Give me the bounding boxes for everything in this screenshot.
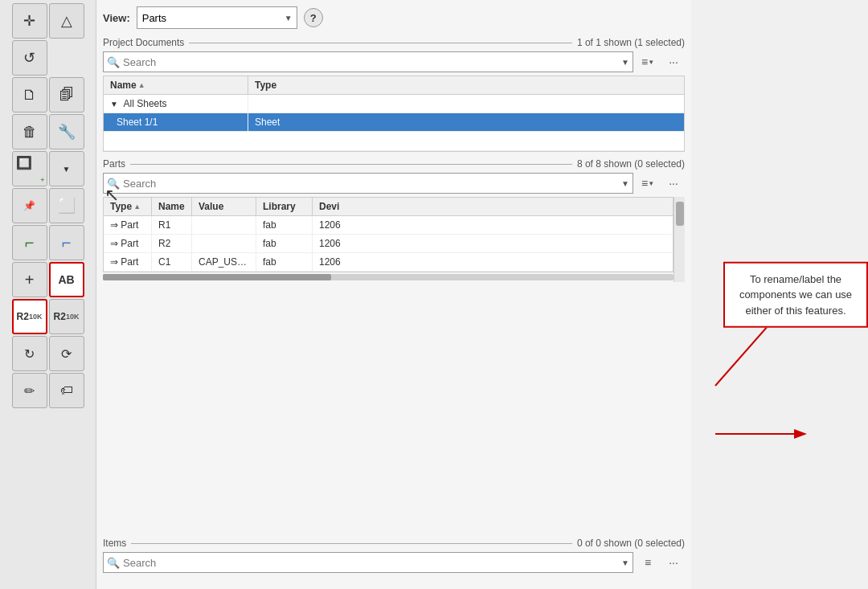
- rotate2-tool[interactable]: ⟳: [49, 336, 84, 371]
- items-title: Items: [103, 538, 126, 549]
- corner-right-tool[interactable]: ⌐: [49, 225, 84, 260]
- project-docs-all-sheets-type: [248, 95, 684, 112]
- undo-tool[interactable]: ↺: [12, 40, 47, 76]
- tree-toggle[interactable]: ▼: [110, 100, 118, 108]
- callout-text: To rename/label the components we can us…: [739, 272, 852, 316]
- parts-r2-library: fab: [256, 235, 313, 252]
- parts-value-header: Value: [192, 198, 256, 215]
- more-button-1[interactable]: ···: [662, 51, 685, 72]
- parts-r2-name: R2: [152, 235, 192, 252]
- parts-name-header: Name: [152, 198, 192, 215]
- view-label: View:: [103, 12, 130, 24]
- add-rotate-tool[interactable]: ↻: [12, 336, 47, 371]
- parts-c1-name: C1: [152, 253, 192, 271]
- project-documents-section: Project Documents 1 of 1 shown (1 select…: [103, 37, 685, 152]
- delete-tool[interactable]: 🗑: [12, 114, 47, 149]
- parts-search-input[interactable]: [123, 178, 618, 190]
- parts-c1-type: ⇒ Part: [104, 253, 152, 271]
- items-search-wrapper[interactable]: 🔍 ▼: [103, 552, 633, 573]
- parts-search-wrapper[interactable]: 🔍 ▼: [103, 173, 633, 194]
- crosshair-tool[interactable]: +: [12, 262, 47, 297]
- filter-button-2[interactable]: ≡▼: [637, 173, 659, 194]
- search-icon-2: 🔍: [107, 178, 120, 190]
- help-button[interactable]: ?: [304, 8, 323, 27]
- project-documents-table-header: Name ▲ Type: [104, 76, 684, 95]
- parts-r2-devi: 1206: [313, 235, 353, 252]
- parts-r2-type: ⇒ Part: [104, 235, 152, 252]
- project-documents-table: Name ▲ Type ▼ All Sheets Sheet 1/1 Sheet: [103, 76, 685, 152]
- callout-box: To rename/label the components we can us…: [723, 261, 868, 328]
- more-button-2[interactable]: ···: [662, 173, 685, 194]
- parts-header: Parts 8 of 8 shown (0 selected): [103, 158, 685, 170]
- project-docs-sheet-type: Sheet: [248, 113, 684, 131]
- more-button-3[interactable]: ···: [662, 552, 685, 573]
- filter-button-3[interactable]: ≡: [637, 552, 659, 573]
- main-panel: View: Parts Sheets Nets ? Project Docume…: [96, 0, 691, 589]
- search-dropdown-arrow-1[interactable]: ▼: [621, 58, 629, 67]
- table-row[interactable]: ⇒ Part C1 CAP_US1206 fab 1206: [104, 253, 673, 272]
- chip-tool[interactable]: 🔲 +: [12, 151, 47, 186]
- project-docs-sheet-name: Sheet 1/1: [104, 113, 248, 131]
- new-sheet-tool[interactable]: 🗋: [12, 77, 47, 112]
- h-scrollbar[interactable]: [103, 274, 674, 280]
- project-documents-header: Project Documents 1 of 1 shown (1 select…: [103, 37, 685, 48]
- h-scroll-thumb[interactable]: [103, 274, 331, 280]
- table-row[interactable]: ▼ All Sheets: [104, 95, 684, 113]
- parts-c1-library: fab: [256, 253, 313, 271]
- parts-table-body: ⇒ Part R1 fab 1206 ⇒ Part R2 fab 1206: [104, 216, 673, 272]
- parts-count: 8 of 8 shown (0 selected): [577, 158, 685, 170]
- wrench-tool[interactable]: 🔧: [49, 114, 84, 149]
- parts-table-with-scroll: Type ▲ Name Value Library Devi ⇒ Part R1: [103, 197, 685, 282]
- items-search-bar: 🔍 ▼ ≡ ···: [103, 552, 685, 573]
- project-docs-search-wrapper[interactable]: 🔍 ▼: [103, 51, 633, 72]
- r2-bottom-tool[interactable]: R210K: [49, 299, 84, 334]
- table-row-empty: [104, 132, 684, 151]
- view-bar: View: Parts Sheets Nets ?: [103, 6, 685, 29]
- dropdown-tool[interactable]: ▼: [49, 151, 84, 186]
- search-dropdown-arrow-2[interactable]: ▼: [621, 179, 629, 188]
- table-row[interactable]: ⇒ Part R1 fab 1206: [104, 216, 673, 235]
- filter-button-1[interactable]: ≡▼: [637, 51, 659, 72]
- square-tool[interactable]: ⬜: [49, 188, 84, 223]
- section-divider-3: [131, 543, 572, 544]
- parts-r1-library: fab: [256, 216, 313, 234]
- project-documents-title: Project Documents: [103, 37, 184, 48]
- project-docs-name-header: Name ▲: [104, 76, 248, 94]
- parts-type-header: Type ▲: [104, 198, 152, 215]
- r2-top-tool[interactable]: R210K: [12, 299, 47, 334]
- parts-c1-devi: 1206: [313, 253, 353, 271]
- section-divider-2: [130, 164, 572, 165]
- parts-r1-devi: 1206: [313, 216, 353, 234]
- view-select[interactable]: Parts Sheets Nets: [137, 6, 297, 29]
- items-search-input[interactable]: [123, 557, 618, 569]
- parts-section: Parts 8 of 8 shown (0 selected) 🔍 ▼ ≡▼ ·…: [103, 158, 685, 531]
- tag-tool[interactable]: 🏷: [49, 373, 84, 408]
- section-divider-1: [189, 43, 572, 43]
- project-docs-search-input[interactable]: [123, 56, 618, 68]
- parts-title: Parts: [103, 158, 125, 170]
- project-docs-type-header: Type: [248, 76, 684, 94]
- pin-tool[interactable]: 📌: [12, 188, 47, 223]
- v-scrollbar[interactable]: [674, 197, 685, 282]
- items-header: Items 0 of 0 shown (0 selected): [103, 538, 685, 549]
- copy-tool[interactable]: 🗐: [49, 77, 84, 112]
- view-select-wrapper[interactable]: Parts Sheets Nets: [137, 6, 297, 29]
- right-callout-panel: To rename/label the components we can us…: [691, 0, 868, 589]
- move-tool[interactable]: ✛: [12, 3, 47, 39]
- search-icon-3: 🔍: [107, 557, 120, 569]
- table-row[interactable]: ⇒ Part R2 fab 1206: [104, 235, 673, 253]
- parts-devi-header: Devi: [313, 198, 353, 215]
- search-dropdown-arrow-3[interactable]: ▼: [621, 558, 629, 567]
- items-count: 0 of 0 shown (0 selected): [577, 538, 685, 549]
- v-scroll-thumb[interactable]: [676, 202, 684, 226]
- corner-left-tool[interactable]: ⌐: [12, 225, 47, 260]
- triangle-tool[interactable]: △: [49, 3, 84, 39]
- parts-table-scroll-area: Type ▲ Name Value Library Devi ⇒ Part R1: [103, 197, 674, 282]
- table-row[interactable]: Sheet 1/1 Sheet: [104, 113, 684, 132]
- pencil-tool[interactable]: ✏: [12, 373, 47, 408]
- parts-table: Type ▲ Name Value Library Devi ⇒ Part R1: [103, 197, 674, 272]
- project-documents-count: 1 of 1 shown (1 selected): [577, 37, 685, 48]
- name-sort-icon: ▲: [138, 81, 145, 89]
- search-icon-1: 🔍: [107, 56, 120, 68]
- ab-label-tool[interactable]: AB: [49, 262, 84, 297]
